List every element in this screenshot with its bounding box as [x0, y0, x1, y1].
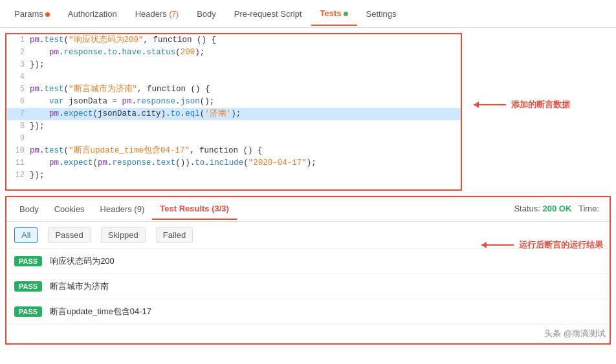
test-result-1: PASS 响应状态码为200: [6, 249, 610, 274]
pass-badge-3: PASS: [14, 306, 42, 317]
resp-tab-headers-label: Headers (9): [100, 204, 145, 214]
line-num-4: 4: [10, 71, 25, 83]
tab-settings-label: Settings: [366, 9, 397, 19]
line-num-11: 11: [10, 157, 25, 169]
code-editor[interactable]: 1 pm.test("响应状态码为200", function () { 2 p…: [5, 33, 462, 191]
tab-body[interactable]: Body: [188, 3, 225, 25]
resp-tab-body-label: Body: [19, 204, 39, 214]
tab-prerequest[interactable]: Pre-request Script: [225, 3, 311, 25]
pass-badge-2: PASS: [14, 281, 42, 292]
test-label-1: 响应状态码为200: [50, 255, 115, 267]
code-line-1: 1 pm.test("响应状态码为200", function () {: [6, 34, 461, 47]
line-content-3: });: [30, 59, 45, 71]
code-line-2: 2 pm.response.to.have.status(200);: [6, 47, 461, 59]
test-result-3: PASS 断言update_time包含04-17: [6, 299, 610, 325]
tab-tests[interactable]: Tests: [311, 2, 357, 26]
tab-params[interactable]: Params: [5, 3, 59, 25]
line-num-9: 9: [10, 133, 25, 145]
tab-headers-count: (7): [169, 10, 179, 19]
code-line-10: 10 pm.test("断言update_time包含04-17", funct…: [6, 145, 461, 157]
line-num-1: 1: [10, 34, 25, 47]
status-label: Status:: [514, 204, 540, 213]
resp-tab-testresults-label: Test Results (3/3): [160, 204, 229, 213]
tests-dot: [344, 12, 348, 16]
response-section: Body Cookies Headers (9) Test Results (3…: [5, 196, 611, 345]
tab-headers-label: Headers: [135, 9, 167, 19]
code-line-7: 7 pm.expect(jsonData.city).to.eql('济南');: [6, 108, 461, 120]
pass-badge-1: PASS: [14, 256, 42, 266]
bottom-annotation-text: 运行后断言的运行结果: [519, 239, 603, 251]
resp-tab-headers[interactable]: Headers (9): [93, 199, 153, 219]
tab-tests-label: Tests: [320, 8, 342, 18]
tab-params-label: Params: [14, 9, 43, 19]
bottom-annotation-area: 运行后断言的运行结果: [481, 239, 603, 251]
line-num-12: 12: [10, 169, 25, 182]
test-result-2: PASS 断言城市为济南: [6, 274, 610, 299]
code-annotation-text: 添加的断言数据: [511, 99, 570, 111]
code-line-6: 6 var jsonData = pm.response.json();: [6, 96, 461, 108]
code-annotation-arrow: 添加的断言数据: [474, 99, 570, 111]
code-line-8: 8 });: [6, 120, 461, 133]
line-num-3: 3: [10, 59, 25, 71]
line-content-2: pm.response.to.have.status(200);: [30, 47, 204, 59]
code-line-12: 12 });: [6, 169, 461, 182]
code-annotation-area: 添加的断言数据: [467, 28, 616, 196]
line-num-5: 5: [10, 83, 25, 96]
test-label-3: 断言update_time包含04-17: [50, 306, 151, 317]
filter-all[interactable]: All: [14, 227, 38, 243]
tab-headers[interactable]: Headers (7): [126, 3, 188, 25]
line-content-5: pm.test("断言城市为济南", function () {: [30, 83, 210, 96]
arrow-line: [474, 104, 506, 105]
line-content-1: pm.test("响应状态码为200", function () {: [30, 34, 216, 47]
filter-passed[interactable]: Passed: [48, 227, 90, 243]
line-num-7: 7: [10, 108, 25, 120]
line-num-6: 6: [10, 96, 25, 108]
tab-body-label: Body: [197, 9, 216, 19]
code-line-3: 3 });: [6, 59, 461, 71]
code-line-4: 4: [6, 71, 461, 83]
watermark-text: 头条 @雨滴测试: [544, 328, 606, 338]
line-content-10: pm.test("断言update_time包含04-17", function…: [30, 145, 263, 157]
tab-bar: Params Authorization Headers (7) Body Pr…: [0, 0, 616, 28]
bottom-arrow-line: [481, 244, 514, 246]
line-num-2: 2: [10, 47, 25, 59]
resp-tab-cookies-label: Cookies: [54, 204, 85, 214]
time-label: Time:: [578, 204, 599, 213]
line-content-8: });: [30, 120, 45, 133]
code-line-9: 9: [6, 133, 461, 145]
tab-authorization-label: Authorization: [68, 9, 117, 19]
tab-prerequest-label: Pre-request Script: [234, 9, 302, 19]
status-bar: Status: 200 OK Time:: [514, 204, 599, 213]
tab-authorization[interactable]: Authorization: [59, 3, 126, 25]
test-label-2: 断言城市为济南: [50, 281, 109, 292]
line-num-10: 10: [10, 145, 25, 157]
line-content-7: pm.expect(jsonData.city).to.eql('济南');: [30, 108, 241, 120]
params-dot: [45, 12, 50, 17]
line-content-12: });: [30, 169, 45, 182]
filter-skipped[interactable]: Skipped: [101, 227, 146, 243]
status-value: 200 OK: [543, 204, 572, 213]
code-line-5: 5 pm.test("断言城市为济南", function () {: [6, 83, 461, 96]
code-section: 1 pm.test("响应状态码为200", function () { 2 p…: [0, 28, 616, 196]
resp-tab-body[interactable]: Body: [12, 199, 47, 219]
watermark: 头条 @雨滴测试: [544, 328, 606, 339]
response-tab-bar: Body Cookies Headers (9) Test Results (3…: [6, 197, 610, 222]
code-line-11: 11 pm.expect(pm.response.text()).to.incl…: [6, 157, 461, 169]
resp-tab-cookies[interactable]: Cookies: [47, 199, 93, 219]
line-content-11: pm.expect(pm.response.text()).to.include…: [30, 157, 316, 169]
bottom-arrowhead: [481, 242, 487, 248]
resp-tab-testresults[interactable]: Test Results (3/3): [152, 198, 237, 220]
line-num-8: 8: [10, 120, 25, 133]
filter-failed[interactable]: Failed: [156, 227, 193, 243]
tab-settings[interactable]: Settings: [357, 3, 406, 25]
content-wrapper: 1 pm.test("响应状态码为200", function () { 2 p…: [0, 28, 616, 345]
line-content-6: var jsonData = pm.response.json();: [30, 96, 214, 108]
